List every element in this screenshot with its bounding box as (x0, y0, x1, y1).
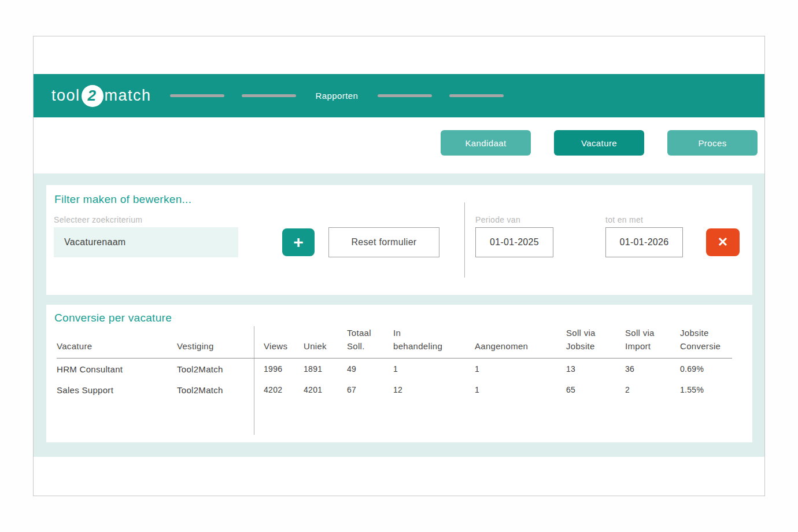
cell-uniek: 4201 (304, 385, 347, 394)
cell-soll-via-jobsite: 65 (566, 385, 625, 394)
cell-vestiging: Tool2Match (177, 364, 264, 374)
cell-soll-via-import: 36 (625, 364, 680, 374)
table-header-row: Vacature Vestiging Views Uniek Totaal So… (57, 327, 732, 359)
logo-2-icon: 2 (82, 85, 104, 107)
nav-item-placeholder-2[interactable] (242, 94, 296, 97)
cell-aangenomen: 1 (475, 385, 566, 394)
filter-divider (464, 202, 465, 278)
period-to-label: tot en met (605, 215, 683, 224)
nav-item-placeholder-3[interactable] (378, 94, 432, 97)
cell-vestiging: Tool2Match (177, 385, 264, 395)
cell-uniek: 1891 (304, 364, 347, 374)
tab-proces[interactable]: Proces (667, 130, 758, 156)
cell-soll-via-import: 2 (625, 385, 680, 394)
cell-views: 4202 (264, 385, 304, 394)
cell-totaal-soll: 67 (347, 385, 393, 394)
col-totaal-soll: Totaal Soll. (347, 327, 393, 358)
add-filter-button[interactable]: + (282, 228, 315, 256)
cell-in-behandeling: 1 (393, 364, 475, 374)
conversion-table: Vacature Vestiging Views Uniek Totaal So… (57, 327, 732, 400)
table-row[interactable]: Sales Support Tool2Match 4202 4201 67 12… (57, 379, 732, 400)
search-criteria-select[interactable]: Vacaturenaam (54, 227, 238, 257)
col-soll-via-jobsite: Soll via Jobsite (566, 327, 625, 358)
report-type-tabs: Kandidaat Vacature Proces (34, 117, 764, 173)
tab-kandidaat[interactable]: Kandidaat (441, 130, 531, 156)
period-from-field: Periode van 01-01-2025 (475, 215, 553, 257)
cell-jobsite-conversie: 0.69% (680, 364, 732, 374)
period-from-input[interactable]: 01-01-2025 (475, 227, 553, 257)
table-row[interactable]: HRM Consultant Tool2Match 1996 1891 49 1… (57, 359, 732, 379)
criteria-field: Selecteer zoekcriterium Vacaturenaam (54, 215, 238, 257)
nav-item-placeholder-1[interactable] (170, 94, 224, 97)
logo-text-right: match (105, 87, 152, 105)
tab-vacature[interactable]: Vacature (554, 130, 644, 156)
cell-in-behandeling: 12 (393, 385, 475, 394)
nav-menu: Rapporten (170, 91, 504, 101)
app-window: tool2match Rapporten Kandidaat Vacature … (33, 36, 765, 496)
cell-vacature: Sales Support (57, 385, 177, 395)
logo-text-left: tool (51, 87, 80, 105)
conversion-table-card: Conversie per vacature Vacature Vestigin… (46, 305, 752, 442)
filter-card: Filter maken of bewerken... Selecteer zo… (46, 185, 752, 295)
cell-soll-via-jobsite: 13 (566, 364, 625, 374)
cell-totaal-soll: 49 (347, 364, 393, 374)
period-to-input[interactable]: 01-01-2026 (605, 227, 683, 257)
cell-aangenomen: 1 (475, 364, 566, 374)
tool2match-logo: tool2match (51, 85, 152, 107)
table-title: Conversie per vacature (54, 312, 172, 324)
col-in-behandeling: In behandeling (393, 327, 475, 358)
period-from-label: Periode van (475, 215, 553, 224)
nav-item-rapporten[interactable]: Rapporten (313, 91, 361, 101)
col-aangenomen: Aangenomen (475, 340, 566, 359)
col-jobsite-conversie: Jobsite Conversie (680, 327, 732, 358)
col-soll-via-import: Soll via Import (625, 327, 680, 358)
col-vestiging: Vestiging (177, 340, 264, 359)
content-panel: Filter maken of bewerken... Selecteer zo… (34, 173, 764, 457)
col-uniek: Uniek (304, 340, 347, 359)
reset-form-button[interactable]: Reset formulier (328, 227, 439, 257)
cell-jobsite-conversie: 1.55% (680, 385, 732, 394)
cell-vacature: HRM Consultant (57, 364, 177, 374)
browser-top-strip (34, 36, 764, 74)
filter-title: Filter maken of bewerken... (54, 193, 191, 206)
criteria-label: Selecteer zoekcriterium (54, 215, 238, 224)
col-views: Views (264, 340, 304, 359)
nav-item-placeholder-4[interactable] (449, 94, 504, 97)
page-background: tool2match Rapporten Kandidaat Vacature … (0, 0, 798, 532)
col-vacature: Vacature (57, 340, 177, 359)
clear-filter-button[interactable]: ✕ (706, 228, 740, 256)
period-to-field: tot en met 01-01-2026 (605, 215, 683, 257)
main-navbar: tool2match Rapporten (34, 74, 764, 117)
cell-views: 1996 (264, 364, 304, 374)
